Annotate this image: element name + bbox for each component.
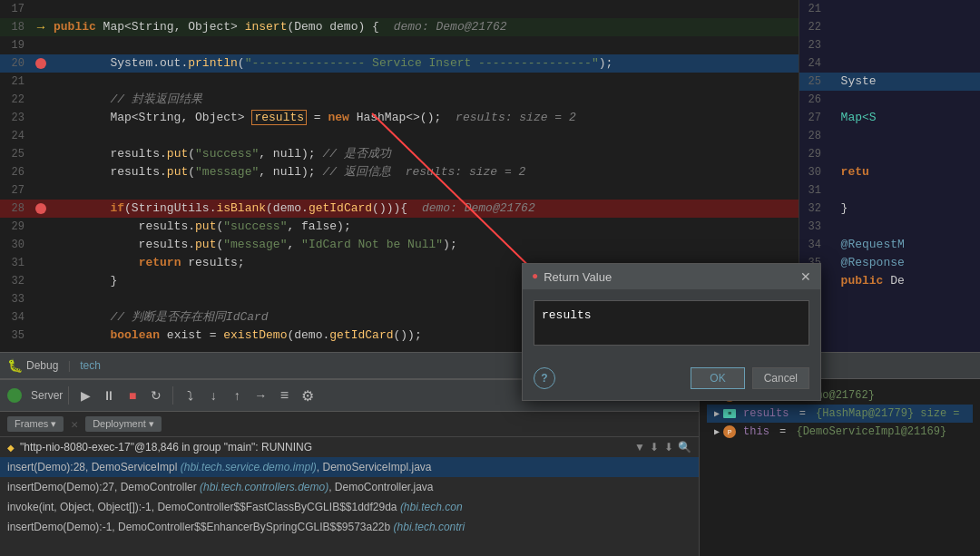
right-line-34: 34 @RequestM (799, 236, 980, 254)
debug-icon: 🐛 (7, 358, 23, 374)
line-content: if(StringUtils.isBlank(demo.getIdCard())… (50, 200, 799, 218)
thread-search-btn[interactable]: ⬇ (664, 441, 673, 454)
thread-copy-btn[interactable]: ⬇ (650, 441, 659, 454)
stack-frame-active[interactable]: insert(Demo):28, DemoServiceImpl (hbi.te… (0, 457, 699, 477)
line-number: 34 (0, 311, 32, 324)
right-line-29: 29 (799, 145, 980, 163)
settings-btn[interactable]: ⚙ (297, 385, 318, 406)
code-line-19: 19 (0, 36, 799, 54)
pause-btn[interactable]: ⏸ (98, 385, 120, 406)
code-line-35: 35 boolean exist = existDemo(demo.getIdC… (0, 327, 799, 345)
var-obj-icon: P (723, 425, 736, 438)
line-gutter: → (32, 20, 50, 34)
code-line-23: 23 Map<String, Object> results = new Has… (0, 109, 799, 127)
code-line-22: 22 // 封装返回结果 (0, 91, 799, 109)
right-line-23: 23 (799, 36, 980, 54)
run-to-cursor-btn[interactable]: → (250, 385, 271, 406)
line-content: boolean exist = existDemo(demo.getIdCard… (50, 327, 799, 345)
right-line-28: 28 (799, 127, 980, 145)
line-content: results.put("message", "IdCard Not be Nu… (50, 236, 799, 254)
step-over-btn[interactable]: ⤵ (179, 385, 201, 406)
line-number: 33 (0, 293, 32, 306)
var-item-demo[interactable]: ▶ P demo = {Demo@21762} (707, 386, 973, 405)
right-line-33: 33 (799, 218, 980, 236)
right-line-35: 35 @Response (799, 254, 980, 272)
breakpoint-icon (35, 203, 46, 214)
var-name-results: results (743, 407, 789, 420)
right-code-panel: 21 22 23 24 25 Syste 26 27 Map<S 28 29 3… (799, 0, 980, 352)
code-line-34: 34 // 判断是否存在相同IdCard (0, 308, 799, 327)
line-number: 28 (0, 202, 32, 215)
deployment-button[interactable]: Deployment ▾ (85, 416, 162, 432)
var-equals: = (773, 425, 793, 438)
line-number: 22 (0, 93, 32, 106)
code-editor: 17 18 → public Map<String, Object> inser… (0, 0, 799, 352)
code-line-30: 30 results.put("message", "IdCard Not be… (0, 236, 799, 254)
code-line-32: 32 } (0, 272, 799, 290)
line-content: } (50, 272, 799, 290)
step-out-btn[interactable]: ↑ (226, 385, 248, 406)
thread-controls: ▼ ⬇ ⬇ 🔍 (634, 441, 691, 454)
resume-btn[interactable]: ▶ (74, 385, 96, 406)
line-number: 21 (0, 75, 32, 88)
line-number: 31 (0, 257, 32, 269)
toolbar-divider (68, 386, 69, 405)
var-equals: = (773, 389, 793, 402)
line-number: 30 (0, 239, 32, 251)
stack-frame-text: insertDemo(Demo):27, DemoController (hbi… (7, 481, 434, 493)
line-content: // 判断是否存在相同IdCard (50, 308, 799, 327)
expand-icon: ▶ (714, 408, 720, 419)
code-line-20: 20 System.out.println("---------------- … (0, 54, 799, 73)
step-into-btn[interactable]: ↓ (202, 385, 224, 406)
code-line-31: 31 return results; (0, 254, 799, 272)
debug-arrow-icon: → (37, 20, 44, 34)
main-container: 17 18 → public Map<String, Object> inser… (0, 0, 980, 556)
line-content: Map<String, Object> results = new HashMa… (50, 109, 799, 127)
stack-trace-area: ◆ "http-nio-8080-exec-17"@18,846 in grou… (0, 437, 699, 556)
server-label: Server (31, 389, 63, 402)
var-value-this: {DemoServiceImpl@21169} (796, 425, 946, 438)
restart-btn[interactable]: ↻ (145, 385, 167, 406)
frames-label: Frames (15, 418, 48, 429)
right-line-32: 32 } (799, 200, 980, 218)
stack-frame-text: invoke(int, Object, Object[]):-1, DemoCo… (7, 501, 463, 513)
line-content: results.put("message", null); // 返回信息 re… (50, 163, 799, 181)
stack-frame-3[interactable]: invoke(int, Object, Object[]):-1, DemoCo… (0, 497, 699, 517)
toolbar-divider2 (172, 386, 173, 405)
line-content: results.put("success", null); // 是否成功 (50, 145, 799, 163)
right-line-26: 26 (799, 91, 980, 109)
thread-text: "http-nio-8080-exec-17"@18,846 in group … (20, 441, 312, 454)
frames-button[interactable]: Frames ▾ (7, 416, 64, 432)
var-item-this[interactable]: ▶ P this = {DemoServiceImpl@21169} (707, 423, 973, 441)
right-line-30: 30 retu (799, 163, 980, 181)
stop-btn[interactable]: ■ (122, 385, 143, 406)
line-number: 27 (0, 184, 32, 197)
tech-label: tech (80, 359, 101, 372)
stack-frame-4[interactable]: insertDemo(Demo):-1, DemoController$$Enh… (0, 517, 699, 537)
right-line-21: 21 (799, 0, 980, 18)
code-line-29: 29 results.put("success", false); (0, 218, 799, 236)
code-line-18: 18 → public Map<String, Object> insert(D… (0, 18, 799, 36)
frames-bar: Frames ▾ ✕ Deployment ▾ (0, 412, 699, 437)
var-value-results: {HashMap@21779} size = (816, 407, 959, 420)
thread-settings-btn[interactable]: 🔍 (678, 441, 691, 454)
thread-icon: ◆ (7, 443, 15, 453)
line-gutter (32, 203, 50, 214)
line-number: 29 (0, 220, 32, 233)
line-number: 32 (0, 275, 32, 288)
stack-frame-2[interactable]: insertDemo(Demo):27, DemoController (hbi… (0, 477, 699, 497)
line-number: 35 (0, 329, 32, 342)
code-line-33: 33 (0, 290, 799, 308)
thread-filter-btn[interactable]: ▼ (634, 441, 645, 454)
left-code-panel: 17 18 → public Map<String, Object> inser… (0, 0, 799, 352)
var-item-results[interactable]: ▶ ≡ results = {HashMap@21779} size = (707, 405, 973, 423)
right-line-27: 27 Map<S (799, 109, 980, 127)
line-number: 25 (0, 148, 32, 161)
line-number: 18 (0, 21, 32, 34)
debug-toolbar: Server ▶ ⏸ ■ ↻ ⤵ ↓ ↑ → ≡ ⚙ (0, 379, 699, 412)
var-name-demo: demo (743, 389, 769, 402)
evaluate-btn[interactable]: ≡ (273, 385, 295, 406)
var-equals: = (792, 407, 812, 420)
line-content: // 封装返回结果 (50, 91, 799, 109)
breakpoint-icon (35, 58, 46, 69)
